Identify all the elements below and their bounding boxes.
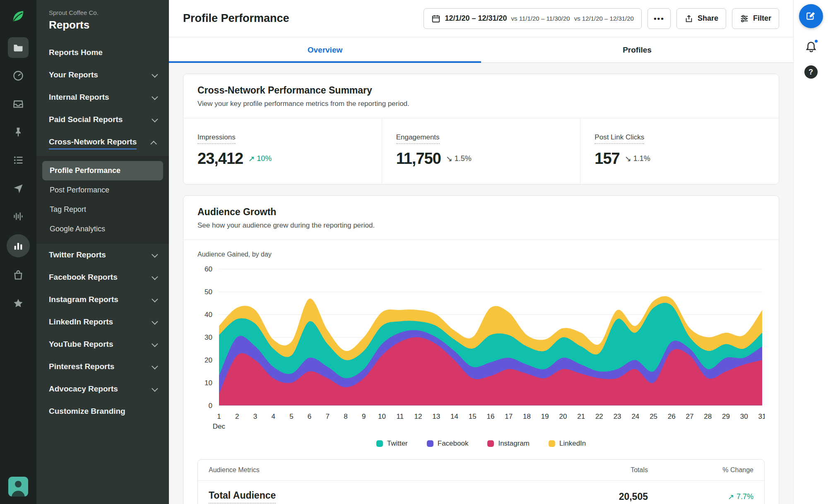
sidebar-subitem-post-performance[interactable]: Post Performance	[42, 180, 163, 200]
sidebar-item-label: Twitter Reports	[49, 250, 106, 259]
svg-text:Dec: Dec	[213, 422, 226, 430]
audience-chart-area: Audience Gained, by day 0102030405060123…	[183, 240, 779, 431]
chart-axis-title: Audience Gained, by day	[197, 251, 765, 258]
down-arrow-icon: ↘	[446, 154, 453, 163]
sidebar-item-advocacy-reports[interactable]: Advocacy Reports	[36, 378, 169, 400]
user-avatar[interactable]	[8, 477, 28, 497]
sidebar-item-internal-reports[interactable]: Internal Reports	[36, 86, 169, 108]
sidebar-item-reports-home[interactable]: Reports Home	[36, 41, 169, 64]
up-arrow-icon: ↗	[728, 492, 734, 502]
date-range-button[interactable]: 12/1/20 – 12/31/20 vs 11/1/20 – 11/30/20…	[424, 8, 641, 29]
chevron-down-icon	[152, 274, 158, 280]
sidebar-title: Reports	[49, 19, 156, 31]
sidebar-subitem-google-analytics[interactable]: Google Analytics	[42, 219, 163, 239]
sidebar-item-label: Instagram Reports	[49, 295, 118, 304]
tab-profiles[interactable]: Profiles	[481, 37, 793, 62]
svg-text:2: 2	[235, 413, 239, 420]
total-audience-value: 20,505	[515, 491, 648, 502]
legend-item-linkedin[interactable]: LinkedIn	[549, 439, 586, 448]
sidebar-item-instagram-reports[interactable]: Instagram Reports	[36, 288, 169, 311]
legend-item-twitter[interactable]: Twitter	[376, 439, 408, 448]
summary-subtitle: View your key profile performance metric…	[197, 100, 765, 108]
rail-list-button[interactable]	[8, 150, 29, 170]
chevron-down-icon	[152, 363, 158, 370]
svg-text:4: 4	[271, 413, 275, 420]
svg-text:8: 8	[344, 413, 347, 420]
svg-text:26: 26	[668, 413, 676, 420]
metric-label[interactable]: Engagements	[396, 133, 440, 144]
subitem-label: Tag Report	[50, 205, 86, 214]
chevron-down-icon	[152, 341, 158, 347]
pin-icon	[12, 126, 24, 138]
tab-overview[interactable]: Overview	[169, 37, 481, 62]
sidebar-item-youtube-reports[interactable]: YouTube Reports	[36, 333, 169, 355]
rail-dashboard-button[interactable]	[8, 65, 29, 86]
svg-text:50: 50	[205, 288, 212, 296]
rail-commerce-button[interactable]	[8, 265, 29, 286]
sidebar-item-linkedin-reports[interactable]: LinkedIn Reports	[36, 311, 169, 333]
sidebar-subitem-tag-report[interactable]: Tag Report	[42, 200, 163, 219]
svg-text:6: 6	[308, 413, 311, 420]
gauge-icon	[12, 70, 24, 82]
svg-text:5: 5	[289, 413, 293, 420]
audience-growth-title: Audience Growth	[197, 206, 765, 218]
legend-swatch-icon	[376, 440, 383, 447]
share-label: Share	[698, 14, 718, 23]
rail-listening-button[interactable]	[8, 206, 29, 227]
filter-button[interactable]: Filter	[732, 8, 779, 29]
legend-item-facebook[interactable]: Facebook	[427, 439, 469, 448]
sprout-logo[interactable]	[9, 7, 28, 26]
total-audience-label[interactable]: Total Audience	[209, 490, 276, 504]
legend-label: Twitter	[387, 439, 408, 448]
rail-reviews-button[interactable]	[8, 293, 29, 314]
svg-text:29: 29	[722, 413, 730, 420]
sidebar-item-paid-social-reports[interactable]: Paid Social Reports	[36, 108, 169, 131]
star-icon	[12, 298, 24, 309]
chevron-down-icon	[152, 94, 158, 100]
rail-pin-button[interactable]	[8, 122, 29, 142]
subitem-label: Post Performance	[50, 186, 109, 194]
compose-pencil-icon	[806, 11, 816, 22]
share-button[interactable]: Share	[676, 8, 726, 29]
sidebar-item-pinterest-reports[interactable]: Pinterest Reports	[36, 355, 169, 378]
svg-text:18: 18	[523, 413, 531, 420]
help-button[interactable]: ?	[804, 65, 818, 79]
svg-text:10: 10	[378, 413, 386, 420]
list-icon	[12, 154, 24, 166]
metric-change: ↗10%	[248, 154, 272, 163]
page-header: Profile Performance 12/1/20 – 12/31/20 v…	[169, 0, 793, 37]
rail-publishing-button[interactable]	[8, 178, 29, 199]
rail-reports-button[interactable]	[7, 234, 30, 257]
more-options-button[interactable]: •••	[647, 8, 671, 29]
app-icon-rail	[0, 0, 36, 504]
bar-chart-icon	[12, 240, 24, 252]
metric-value: 23,412	[197, 150, 243, 168]
cross-network-summary-card: Cross-Network Performance Summary View y…	[183, 74, 779, 185]
sidebar-subitem-profile-performance[interactable]: Profile Performance	[42, 161, 163, 180]
metric-label[interactable]: Post Link Clicks	[595, 133, 644, 144]
metric-label[interactable]: Impressions	[197, 133, 236, 144]
sidebar-item-facebook-reports[interactable]: Facebook Reports	[36, 266, 169, 288]
svg-text:10: 10	[205, 379, 212, 387]
rail-inbox-button[interactable]	[8, 94, 29, 114]
sidebar-item-customize-branding[interactable]: Customize Branding	[36, 400, 169, 422]
bag-icon	[12, 269, 24, 281]
sidebar-item-label: Advocacy Reports	[49, 384, 118, 394]
sidebar-item-your-reports[interactable]: Your Reports	[36, 64, 169, 86]
svg-text:13: 13	[432, 413, 440, 420]
metric-change: ↘1.5%	[446, 154, 472, 163]
table-header-row: Audience Metrics Totals % Change	[198, 460, 764, 481]
cross-network-submenu: Profile Performance Post Performance Tag…	[36, 156, 169, 244]
rail-folder-button[interactable]	[8, 37, 29, 58]
sidebar-item-cross-network-reports[interactable]: Cross-Network Reports	[36, 131, 169, 156]
notifications-button[interactable]	[805, 40, 817, 54]
metric-change: ↘1.1%	[625, 154, 650, 163]
legend-item-instagram[interactable]: Instagram	[487, 439, 530, 448]
sidebar-item-twitter-reports[interactable]: Twitter Reports	[36, 244, 169, 266]
compose-button[interactable]	[799, 4, 823, 28]
total-audience-change: ↗7.7%	[728, 492, 753, 502]
chevron-down-icon	[152, 318, 158, 325]
chevron-down-icon	[152, 71, 158, 78]
sidebar-item-label: Your Reports	[49, 70, 98, 79]
date-range-primary: 12/1/20 – 12/31/20	[445, 14, 507, 23]
